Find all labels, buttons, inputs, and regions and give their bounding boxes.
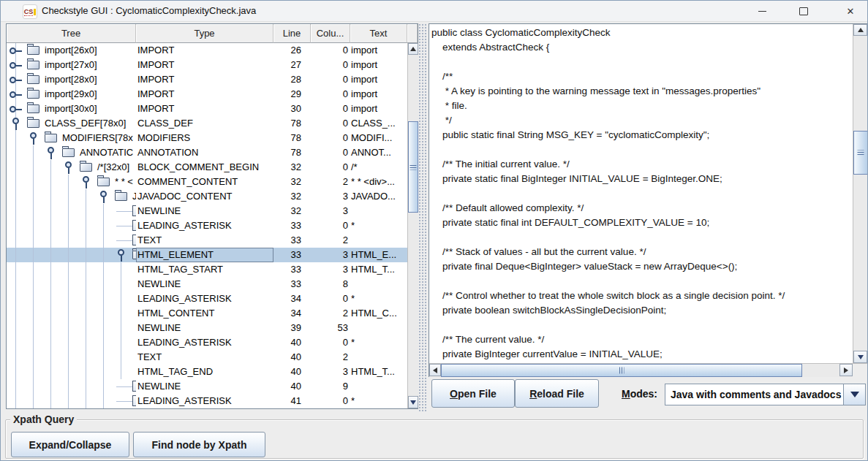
tree-expand-handle[interactable] bbox=[97, 191, 110, 202]
handle-stem-icon bbox=[86, 183, 87, 188]
tree-guide-line bbox=[50, 306, 51, 321]
column-cell: 0 bbox=[311, 145, 350, 160]
line-cell: 32 bbox=[273, 175, 311, 189]
scrollbar-thumb[interactable] bbox=[441, 364, 802, 377]
line-cell: 34 bbox=[273, 306, 311, 321]
tree-guide-line bbox=[86, 379, 86, 394]
code-horizontal-scrollbar[interactable] bbox=[429, 363, 853, 377]
column-cell: 0 bbox=[311, 131, 350, 145]
scroll-up-button[interactable] bbox=[853, 24, 867, 36]
tree-table-row[interactable]: LEADING_ASTERISK400* bbox=[7, 335, 407, 350]
tree-table-row[interactable]: HTML_TAG_START333HTML_T... bbox=[7, 262, 407, 277]
combobox-arrow-button[interactable] bbox=[843, 384, 865, 405]
tree-guide-line bbox=[15, 350, 16, 365]
reload-file-button[interactable]: Reload File bbox=[515, 379, 599, 408]
tree-guide-line bbox=[33, 218, 34, 233]
tree-guide-line bbox=[33, 394, 34, 408]
split-pane-divider[interactable] bbox=[418, 23, 428, 411]
scroll-left-button[interactable] bbox=[429, 364, 441, 376]
handle-stem-icon bbox=[33, 139, 34, 145]
scroll-up-button[interactable] bbox=[408, 43, 418, 55]
tree-guide-line bbox=[86, 233, 86, 248]
code-vertical-scrollbar[interactable] bbox=[853, 24, 868, 363]
expand-collapse-button[interactable]: Expand/Collapse bbox=[11, 432, 129, 457]
minimize-button[interactable] bbox=[745, 1, 779, 21]
tree-guide-line bbox=[15, 189, 16, 204]
tree-expand-handle[interactable] bbox=[10, 59, 22, 71]
tree-table-row[interactable]: HTML_ELEMENT333HTML_E... bbox=[7, 248, 407, 262]
source-code-text-area[interactable]: public class CyclomaticComplexityCheck e… bbox=[429, 24, 853, 363]
tree-table-body: import[26x0]IMPORT260importimport[27x0]I… bbox=[7, 43, 407, 408]
tree-guide-line bbox=[121, 335, 121, 350]
handle-circle-icon bbox=[10, 91, 16, 98]
tree-expand-handle[interactable] bbox=[10, 88, 22, 100]
line-cell: 28 bbox=[273, 72, 311, 87]
scrollbar-thumb[interactable] bbox=[408, 121, 418, 213]
tree-expand-handle[interactable] bbox=[10, 118, 22, 129]
tree-table-row[interactable]: import[26x0]IMPORT260import bbox=[7, 43, 407, 58]
tree-table-row[interactable]: LEADING_ASTERISK410* bbox=[7, 394, 407, 408]
tree-expand-handle[interactable] bbox=[115, 249, 127, 261]
tree-table-row[interactable]: TEXT402 bbox=[7, 350, 407, 365]
tree-table-row[interactable]: HTML_CONTENT342HTML_C... bbox=[7, 306, 407, 321]
column-cell: 3 bbox=[311, 189, 350, 204]
tree-table-row[interactable]: MODIFIERS[78xMODIFIERS780MODIFI... bbox=[7, 131, 407, 145]
tree-table-row[interactable]: import[29x0]IMPORT290import bbox=[7, 87, 407, 102]
tree-table-row[interactable]: NEWLINE3953 bbox=[7, 321, 407, 335]
tree-expand-handle[interactable] bbox=[62, 161, 75, 173]
column-header-type[interactable]: Type bbox=[136, 24, 273, 43]
tree-guide-line bbox=[68, 365, 69, 379]
open-file-button[interactable]: Open File bbox=[431, 379, 515, 408]
tree-table-row[interactable]: ANNOTATICANNOTATION780ANNOT... bbox=[7, 145, 407, 160]
scroll-right-button[interactable] bbox=[839, 364, 853, 376]
tree-table-vertical-scrollbar[interactable] bbox=[407, 43, 418, 408]
tree-guide-line bbox=[15, 218, 16, 233]
tree-cell: * * < bbox=[7, 175, 136, 189]
find-node-by-xpath-button[interactable]: Find node by Xpath bbox=[133, 432, 265, 457]
scrollbar-thumb[interactable] bbox=[853, 131, 868, 175]
tree-node-label: MODIFIERS[78x bbox=[62, 131, 133, 145]
tree-table-row[interactable]: NEWLINE338 bbox=[7, 277, 407, 292]
tree-table-row[interactable]: CLASS_DEF[78x0]CLASS_DEF780CLASS_... bbox=[7, 116, 407, 131]
tree-expand-handle[interactable] bbox=[27, 132, 39, 144]
tree-guide-line bbox=[86, 262, 86, 277]
tree-guide-line bbox=[103, 335, 104, 350]
tree-table-row[interactable]: import[27x0]IMPORT270import bbox=[7, 58, 407, 72]
maximize-button[interactable] bbox=[787, 1, 820, 21]
tree-expand-handle[interactable] bbox=[10, 45, 22, 56]
close-button[interactable]: ✕ bbox=[832, 1, 868, 21]
text-cell: * bbox=[350, 394, 407, 408]
tree-expand-handle[interactable] bbox=[80, 176, 92, 188]
tree-expand-handle[interactable] bbox=[10, 103, 22, 115]
tree-table-row[interactable]: import[28x0]IMPORT280import bbox=[7, 72, 407, 87]
tree-table-row[interactable]: LEADING_ASTERISK330* bbox=[7, 218, 407, 233]
type-cell: NEWLINE bbox=[136, 379, 273, 394]
text-cell: * bbox=[350, 335, 407, 350]
modes-combobox[interactable]: Java with comments and Javadocs bbox=[665, 384, 866, 405]
tree-guide-line bbox=[15, 277, 16, 292]
line-cell: 33 bbox=[273, 218, 311, 233]
column-header-text[interactable]: Text bbox=[350, 24, 407, 43]
tree-table-row[interactable]: HTML_TAG_END403HTML_T... bbox=[7, 365, 407, 379]
line-cell: 78 bbox=[273, 131, 311, 145]
tree-guide-line bbox=[86, 189, 86, 204]
text-cell bbox=[350, 233, 407, 248]
tree-table-row[interactable]: import[30x0]IMPORT300import bbox=[7, 102, 407, 116]
tree-guide-line bbox=[68, 262, 69, 277]
column-header-tree[interactable]: Tree bbox=[7, 24, 136, 43]
scroll-down-button[interactable] bbox=[853, 351, 867, 363]
column-header-colu[interactable]: Colu... bbox=[311, 24, 350, 43]
tree-table-row[interactable]: NEWLINE409 bbox=[7, 379, 407, 394]
tree-expand-handle[interactable] bbox=[45, 147, 57, 159]
tree-table-row[interactable]: /*[32x0]BLOCK_COMMENT_BEGIN320/* bbox=[7, 160, 407, 175]
column-cell: 53 bbox=[311, 321, 350, 335]
folder-icon bbox=[80, 163, 92, 172]
scroll-down-button[interactable] bbox=[408, 396, 418, 408]
tree-expand-handle[interactable] bbox=[10, 74, 22, 85]
tree-table-row[interactable]: JJAVADOC_CONTENT323JAVADO... bbox=[7, 189, 407, 204]
tree-table-row[interactable]: * * <COMMENT_CONTENT322* * <div>... bbox=[7, 175, 407, 189]
column-header-line[interactable]: Line bbox=[273, 24, 311, 43]
tree-table-row[interactable]: LEADING_ASTERISK340* bbox=[7, 292, 407, 306]
tree-table-row[interactable]: NEWLINE323 bbox=[7, 204, 407, 218]
tree-table-row[interactable]: TEXT332 bbox=[7, 233, 407, 248]
